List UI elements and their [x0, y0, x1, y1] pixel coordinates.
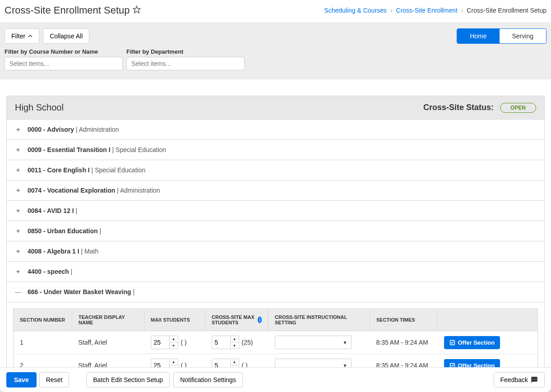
view-toggle: Home Serving [457, 28, 546, 44]
spinner-down-icon[interactable]: ▼ [170, 342, 178, 349]
max-students-input[interactable] [151, 336, 169, 349]
expand-icon: + [15, 126, 21, 133]
reset-button[interactable]: Reset [39, 372, 69, 387]
spinner-up-icon[interactable]: ▲ [170, 359, 178, 365]
notification-settings-button[interactable]: Notification Settings [173, 372, 243, 387]
course-code-name: 0084 - AVID 12 I [28, 207, 74, 214]
course-code-name: 0009 - Essential Transition I [28, 146, 111, 153]
offer-section-label: Offer Section [458, 339, 495, 346]
expand-icon: + [15, 146, 21, 153]
course-row[interactable]: + 0009 - Essential Transition I | Specia… [6, 140, 545, 160]
save-button[interactable]: Save [6, 372, 37, 387]
course-row[interactable]: + 0074 - Vocational Exploration | Admini… [6, 180, 545, 201]
course-title: 4008 - Algebra 1 I | Math [28, 248, 98, 255]
expand-icon: + [15, 207, 21, 214]
cell-times: 8:35 AM - 9:24 AM [370, 331, 438, 354]
chevron-down-icon: ▼ [343, 340, 347, 345]
filter-dept-input[interactable] [126, 57, 245, 70]
th-section-number: SECTION NUMBER [14, 309, 72, 331]
status-label: Cross-Site Status: [423, 103, 494, 112]
collapse-all-button[interactable]: Collapse All [43, 28, 89, 44]
course-row[interactable]: + 0084 - AVID 12 I | [6, 201, 545, 221]
course-dept: | [71, 268, 73, 275]
course-title: 0850 - Urban Education | [28, 227, 101, 235]
expand-icon: + [15, 268, 21, 275]
filter-course-label: Filter by Course Number or Name [5, 48, 123, 55]
breadcrumb-current: Cross-Site Enrollment Setup [467, 7, 546, 14]
course-dept: | [133, 288, 134, 295]
course-title: 0074 - Vocational Exploration | Administ… [28, 187, 160, 194]
course-row[interactable]: + 4400 - speech | [6, 262, 545, 282]
info-icon[interactable]: i [258, 317, 262, 323]
cell-teacher: Staff, Ariel [72, 331, 144, 354]
course-row[interactable]: + 0850 - Urban Education | [6, 221, 545, 241]
cross-max-spinner[interactable]: ▲ ▼ [212, 336, 239, 349]
favorite-star-icon[interactable] [133, 5, 141, 16]
breadcrumb-sep-icon: › [461, 7, 463, 14]
cell-cross-max: ▲ ▼ (25) [205, 331, 269, 354]
th-times: SECTION TIMES [370, 309, 438, 331]
toggle-home[interactable]: Home [457, 29, 499, 43]
expand-icon: + [15, 227, 21, 235]
instructional-setting-dropdown[interactable]: ▼ [275, 336, 352, 349]
content-area: High School Cross-Site Status: OPEN + 00… [0, 79, 551, 388]
page-title: Cross-Site Enrollment Setup [5, 5, 141, 16]
th-actions [438, 309, 538, 331]
spinner-up-icon[interactable]: ▲ [170, 336, 178, 342]
course-dept: | Administration [76, 126, 119, 133]
expand-icon: + [15, 248, 21, 255]
course-dept: | Special Education [112, 146, 167, 153]
chat-icon [531, 376, 538, 383]
breadcrumb-sep-icon: › [390, 7, 393, 14]
page-header: Cross-Site Enrollment Setup Scheduling &… [0, 0, 551, 23]
breadcrumb-link-1[interactable]: Scheduling & Courses [324, 7, 387, 14]
expand-icon: + [15, 187, 21, 194]
course-title: 0000 - Advisory | Administration [28, 126, 119, 133]
cell-max-students: ▲ ▼ ( ) [144, 331, 205, 354]
course-row[interactable]: — 666 - Under Water Basket Weaving | [6, 282, 545, 302]
course-title: 0084 - AVID 12 I | [28, 207, 77, 214]
course-code-name: 666 - Under Water Basket Weaving [28, 288, 131, 295]
footer-bar: Save Reset Batch Edit Section Setup Noti… [0, 367, 551, 392]
filter-button[interactable]: Filter [5, 28, 39, 44]
feedback-label: Feedback [500, 376, 528, 383]
cell-section-number: 1 [14, 331, 72, 354]
course-title: 0011 - Core English I | Special Educatio… [28, 166, 145, 174]
course-code-name: 0000 - Advisory [28, 126, 74, 133]
course-dept: | [99, 227, 101, 235]
course-title: 4400 - speech | [28, 268, 72, 275]
cross-max-input[interactable] [212, 336, 230, 349]
filter-course-input[interactable] [5, 57, 123, 70]
chevron-up-icon [28, 32, 32, 40]
offer-section-button[interactable]: Offer Section [444, 336, 500, 349]
course-dept: | Administration [117, 187, 160, 194]
toggle-serving[interactable]: Serving [500, 29, 546, 43]
cell-offer: Offer Section [438, 331, 538, 354]
th-max-students: MAX STUDENTS [144, 309, 205, 331]
expand-icon: + [15, 166, 21, 174]
course-list: + 0000 - Advisory | Administration + 000… [6, 120, 545, 384]
course-dept: | Special Education [92, 166, 146, 174]
course-code-name: 0074 - Vocational Exploration [28, 187, 115, 194]
collapse-icon: — [15, 288, 21, 295]
course-dept: | Math [81, 248, 99, 255]
course-row[interactable]: + 4008 - Algebra 1 I | Math [6, 241, 545, 262]
spinner-up-icon[interactable]: ▲ [231, 359, 239, 365]
course-row[interactable]: + 0000 - Advisory | Administration [6, 120, 545, 140]
max-students-spinner[interactable]: ▲ ▼ [151, 336, 178, 349]
batch-edit-button[interactable]: Batch Edit Section Setup [86, 372, 170, 387]
svg-marker-0 [133, 6, 140, 13]
th-cross-max: CROSS-SITE MAX STUDENTSi [205, 309, 269, 331]
max-students-paren: ( ) [181, 339, 187, 346]
course-title: 0009 - Essential Transition I | Special … [28, 146, 166, 153]
status-badge: OPEN [500, 103, 536, 113]
course-row[interactable]: + 0011 - Core English I | Special Educat… [6, 160, 545, 180]
breadcrumb-link-2[interactable]: Cross-Site Enrollment [396, 7, 458, 14]
cell-setting: ▼ [269, 331, 370, 354]
th-teacher: TEACHER DISPLAY NAME [72, 309, 144, 331]
spinner-down-icon[interactable]: ▼ [231, 342, 239, 349]
spinner-up-icon[interactable]: ▲ [231, 336, 239, 342]
feedback-button[interactable]: Feedback [494, 372, 545, 387]
course-title: 666 - Under Water Basket Weaving | [28, 288, 134, 295]
course-code-name: 0850 - Urban Education [28, 227, 98, 235]
